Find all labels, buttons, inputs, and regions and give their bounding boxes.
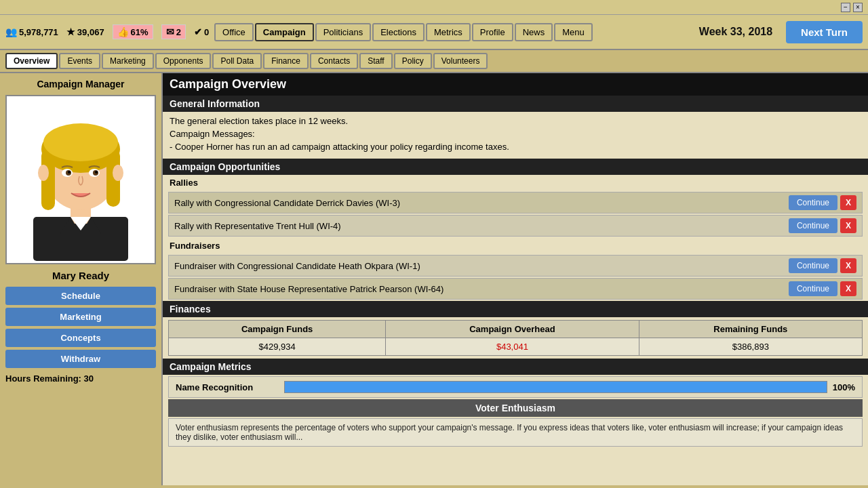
metrics-header: Campaign Metrics xyxy=(163,359,868,375)
rating-value: 39,067 xyxy=(77,27,104,37)
name-recognition-bar-bg xyxy=(284,381,827,393)
main-content: Campaign Manager xyxy=(0,73,868,485)
main-nav: Office Campaign Politicians Elections Me… xyxy=(214,23,593,41)
finance-table: Campaign Funds Campaign Overhead Remaini… xyxy=(168,320,863,356)
check-icon: ✔ xyxy=(194,26,202,37)
star-icon: ★ xyxy=(66,26,75,37)
subtab-opponents[interactable]: Opponents xyxy=(155,53,212,69)
nav-news[interactable]: News xyxy=(515,23,553,41)
funds-header: Campaign Funds xyxy=(169,321,386,338)
rally-2-dismiss[interactable]: X xyxy=(840,218,856,233)
top-bar: 👥 5,978,771 ★ 39,067 👍 61% ✉ 2 ✔ 0 Offic… xyxy=(0,15,868,50)
nav-politicians[interactable]: Politicians xyxy=(315,23,372,41)
svg-point-17 xyxy=(38,165,49,181)
approval-stat: 👍 61% xyxy=(113,24,153,39)
rally-row-2: Rally with Representative Trent Hull (WI… xyxy=(168,215,863,237)
character-name: Mary Ready xyxy=(5,270,156,281)
avatar-container xyxy=(5,95,156,264)
marketing-button[interactable]: Marketing xyxy=(5,308,156,326)
general-info-block: The general election takes place in 12 w… xyxy=(163,112,868,159)
name-recognition-label: Name Recognition xyxy=(176,382,284,392)
voter-enthusiasm-header: Voter Enthusiasm xyxy=(168,399,863,417)
concepts-button[interactable]: Concepts xyxy=(5,329,156,347)
mail-value: 2 xyxy=(176,27,181,37)
nav-elections[interactable]: Elections xyxy=(372,23,425,41)
opportunities-header: Campaign Opportunities xyxy=(163,159,868,175)
rally-row-1: Rally with Congressional Candidate Derri… xyxy=(168,192,863,214)
fundraiser-2-continue[interactable]: Continue xyxy=(789,281,837,296)
remaining-header: Remaining Funds xyxy=(639,321,862,338)
overhead-value: $43,041 xyxy=(386,338,639,356)
subtab-polldata[interactable]: Poll Data xyxy=(212,53,262,69)
week-label: Week 33, 2018 xyxy=(699,26,772,38)
funds-value: $429,934 xyxy=(169,338,386,356)
fundraiser-row-2: Fundraiser with State House Representati… xyxy=(168,278,863,300)
population-stat: 👥 5,978,771 xyxy=(5,26,58,37)
name-recognition-bar-fill xyxy=(285,382,827,392)
general-info-header: General Information xyxy=(163,96,868,112)
subtab-staff[interactable]: Staff xyxy=(359,53,392,69)
rally-1-text: Rally with Congressional Candidate Derri… xyxy=(174,198,789,208)
hours-remaining: Hours Remaining: 30 xyxy=(5,373,156,384)
fundraiser-1-dismiss[interactable]: X xyxy=(840,258,856,273)
population-icon: 👥 xyxy=(5,26,17,37)
svg-point-15 xyxy=(68,171,71,174)
name-recognition-pct: 100% xyxy=(833,382,855,392)
messages-label: Campaign Messages: xyxy=(170,129,861,139)
mail-stat: ✉ 2 xyxy=(161,24,186,39)
content-inner: Campaign Overview General Information Th… xyxy=(163,73,868,447)
nav-campaign[interactable]: Campaign xyxy=(255,23,314,41)
fundraiser-2-dismiss[interactable]: X xyxy=(840,281,856,296)
fundraiser-1-text: Fundraiser with Congressional Candidate … xyxy=(174,261,789,271)
svg-point-16 xyxy=(95,171,98,174)
subtab-overview[interactable]: Overview xyxy=(5,53,58,69)
approval-value: 61% xyxy=(131,27,149,37)
voter-enthusiasm-text: Voter enthusiasm represents the percenta… xyxy=(168,418,863,447)
rallies-label: Rallies xyxy=(163,175,868,190)
subtab-contacts[interactable]: Contacts xyxy=(310,53,358,69)
menu-button[interactable]: Menu xyxy=(554,23,593,41)
svg-point-10 xyxy=(43,123,118,161)
overhead-header: Campaign Overhead xyxy=(386,321,639,338)
main-title: Campaign Overview xyxy=(163,73,868,96)
svg-point-18 xyxy=(113,165,123,181)
rating-stat: ★ 39,067 xyxy=(66,26,104,37)
rally-1-continue[interactable]: Continue xyxy=(789,195,837,210)
fundraiser-row-1: Fundraiser with Congressional Candidate … xyxy=(168,255,863,277)
subtab-events[interactable]: Events xyxy=(59,53,100,69)
nav-office[interactable]: Office xyxy=(214,23,254,41)
schedule-button[interactable]: Schedule xyxy=(5,287,156,305)
thumbs-up-icon: 👍 xyxy=(117,26,129,37)
character-avatar xyxy=(20,98,142,261)
mail-icon: ✉ xyxy=(166,26,174,37)
finances-header: Finances xyxy=(163,301,868,317)
subtab-policy[interactable]: Policy xyxy=(394,53,432,69)
name-recognition-row: Name Recognition 100% xyxy=(168,376,863,398)
content-area: Campaign Overview General Information Th… xyxy=(163,73,868,485)
fundraiser-1-continue[interactable]: Continue xyxy=(789,258,837,273)
tasks-stat: ✔ 0 xyxy=(194,26,209,37)
next-turn-button[interactable]: Next Turn xyxy=(786,21,863,43)
title-bar: − × xyxy=(0,0,868,15)
tasks-value: 0 xyxy=(204,27,209,37)
close-button[interactable]: × xyxy=(853,3,863,12)
sidebar-title: Campaign Manager xyxy=(5,79,156,89)
nav-metrics[interactable]: Metrics xyxy=(426,23,471,41)
minimize-button[interactable]: − xyxy=(841,3,850,12)
withdraw-button[interactable]: Withdraw xyxy=(5,350,156,368)
remaining-value: $386,893 xyxy=(639,338,862,356)
window-controls: − × xyxy=(841,3,863,12)
subtab-finance[interactable]: Finance xyxy=(263,53,309,69)
election-text: The general election takes place in 12 w… xyxy=(170,116,861,126)
rally-2-continue[interactable]: Continue xyxy=(789,218,837,233)
stats-area: 👥 5,978,771 ★ 39,067 👍 61% ✉ 2 ✔ 0 xyxy=(5,24,209,39)
rally-2-text: Rally with Representative Trent Hull (WI… xyxy=(174,221,789,231)
rally-1-dismiss[interactable]: X xyxy=(840,195,856,210)
subtab-marketing[interactable]: Marketing xyxy=(102,53,154,69)
subtab-volunteers[interactable]: Volunteers xyxy=(433,53,488,69)
nav-profile[interactable]: Profile xyxy=(472,23,513,41)
sidebar: Campaign Manager xyxy=(0,73,163,485)
message-text: - Cooper Horner has run an ad campaign a… xyxy=(170,142,861,152)
sub-tabs: Overview Events Marketing Opponents Poll… xyxy=(0,50,868,73)
population-value: 5,978,771 xyxy=(19,27,58,37)
